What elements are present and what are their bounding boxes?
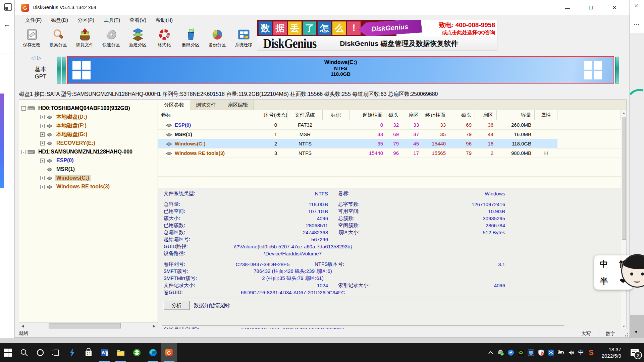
tree-item-esp-0-[interactable]: +ESP(0) [19, 156, 158, 165]
taskbar-store-button[interactable] [80, 343, 97, 362]
taskbar-lightning-app-button[interactable] [64, 343, 80, 362]
table-row[interactable]: Windows RE tools(3)3NTFS1544096171556579… [158, 148, 621, 158]
background-close-icon[interactable]: ✕ [634, 3, 638, 9]
tree-horizontal-scrollbar[interactable]: ◀ ▶ [19, 322, 158, 329]
column-header-0[interactable]: 卷标 [158, 110, 264, 120]
taskbar-word-button[interactable]: W [97, 343, 113, 362]
toolbar-system-migration-button[interactable]: 系统迁移 [230, 25, 257, 51]
tree-item--d-[interactable]: +本地磁盘(D:) [19, 113, 158, 121]
tray-volume-button[interactable] [566, 343, 576, 362]
titlebar[interactable]: G DiskGenius V5.4.3.1342 x64 — ☐ ✕ [15, 0, 630, 15]
expand-icon[interactable]: + [40, 132, 45, 137]
expand-icon[interactable]: + [40, 124, 45, 128]
dropdown-arrow-icon[interactable]: ▼ [634, 329, 638, 335]
taskbar-task-view-button[interactable] [48, 343, 64, 362]
column-header-10[interactable]: 容量 [497, 110, 535, 120]
menu-item-0[interactable]: 文件(F) [20, 16, 46, 25]
tab-2[interactable]: 扇区编辑 [222, 100, 254, 110]
scrollbar-thumb[interactable] [49, 323, 121, 328]
toolbar-backup-partition-button[interactable]: 备份分区 [204, 25, 230, 51]
toolbar-recover-files-button[interactable]: 恢复文件 [71, 25, 98, 51]
menu-item-3[interactable]: 工具(T) [99, 16, 125, 25]
tree-item-recovery-e-[interactable]: +RECOVERY(E:) [19, 139, 158, 147]
toolbar-quick-partition-button[interactable]: 快速分区 [98, 25, 124, 51]
tree-item-msr-1-[interactable]: MSR(1) [19, 165, 158, 174]
menu-item-1[interactable]: 磁盘(D) [46, 16, 73, 25]
msr-partition-segment[interactable] [62, 57, 66, 83]
tray-nvidia-button[interactable] [516, 343, 526, 362]
more-options-icon[interactable]: ⋯ [633, 21, 640, 28]
menu-item-2[interactable]: 分区(P) [73, 16, 99, 25]
menu-item-5[interactable]: 帮助(H) [151, 16, 177, 25]
analyze-button[interactable]: 分析 [163, 301, 190, 310]
column-header-2[interactable]: 文件系统 [287, 110, 323, 120]
ad-banner[interactable]: 数据丢了怎么! DiskGenius 致电: 400-008-9958 或点击此… [257, 20, 497, 51]
tray-defender-button[interactable] [536, 343, 546, 362]
tray-snowflake-button[interactable] [546, 343, 556, 362]
collapse-icon[interactable]: - [21, 106, 26, 111]
tray-ime-lang-button[interactable]: 中 [576, 343, 586, 362]
tree-item-windows-c-[interactable]: +Windows(C:) [19, 174, 158, 182]
taskbar-green-browser-button[interactable]: e [129, 343, 145, 362]
partition-nav-arrows[interactable]: ◁▷ [31, 55, 44, 61]
column-header-6[interactable]: 扇区 [402, 110, 422, 120]
taskbar-diskgenius-button[interactable]: G [161, 343, 177, 362]
column-header-4[interactable]: 起始柱面 [350, 110, 386, 120]
scrollbar-thumb[interactable] [622, 117, 626, 240]
scroll-up-icon[interactable]: ▲ [621, 110, 627, 116]
re-tools-partition-segment[interactable] [615, 57, 619, 83]
tree-item--g-[interactable]: +本地磁盘(G:) [19, 130, 158, 139]
tree-item-hd1-samsungmznln128hahq-000[interactable]: -HD1:SAMSUNGMZNLN128HAHQ-000 [19, 147, 158, 156]
toolbar-search-partition-button[interactable]: 搜索分区 [45, 25, 71, 51]
tab-0[interactable]: 分区参数 [158, 100, 190, 110]
table-row[interactable]: Windows(C:)2NTFS357945154409616118.0GB [158, 139, 621, 148]
table-row[interactable]: MSR(1)1MSR33693735794416.0MB [158, 130, 621, 139]
taskbar-file-explorer-button[interactable] [113, 343, 129, 362]
column-header-8[interactable]: 磁头 [449, 110, 475, 120]
expand-icon[interactable]: + [40, 115, 45, 119]
tray-tray-chevron-button[interactable] [486, 343, 496, 362]
windows-c-partition-segment[interactable]: Windows(C:) NTFS 118.0GB [67, 56, 614, 84]
table-row[interactable]: ESP(0)0FAT3203233336936260.0MB [158, 120, 621, 130]
toolbar-delete-partition-button[interactable]: 删除分区 [177, 25, 204, 51]
toolbar-new-partition-button[interactable]: 新建分区 [124, 25, 151, 51]
close-button[interactable]: ✕ [603, 0, 626, 15]
expand-icon[interactable]: + [40, 185, 45, 189]
tree-item-windows-re-tools-3-[interactable]: +Windows RE tools(3) [19, 182, 158, 191]
collapse-icon[interactable]: - [21, 150, 26, 154]
column-header-1[interactable]: 序号(状态) [264, 110, 287, 120]
toolbar-save-changes-button[interactable]: 保存更改 [18, 25, 45, 51]
details-vertical-scrollbar[interactable]: ▲ ▼ [621, 110, 627, 329]
taskbar-cortana-button[interactable] [32, 343, 48, 362]
tray-printer-button[interactable] [496, 343, 506, 362]
taskbar-clock[interactable]: 18:37 2022/5/9 [596, 346, 625, 359]
expand-icon[interactable]: + [40, 141, 45, 145]
taskbar-taskbar-search-button[interactable] [16, 343, 32, 362]
toolbar-format-button[interactable]: 格式化 [151, 25, 177, 51]
scroll-right-icon[interactable]: ▶ [151, 322, 158, 329]
menu-item-4[interactable]: 查看(V) [125, 16, 151, 25]
taskbar-edge-button[interactable] [145, 343, 161, 362]
column-header-9[interactable]: 扇区 [475, 110, 497, 120]
esp-partition-segment[interactable] [57, 57, 61, 83]
resize-grip[interactable] [622, 329, 630, 338]
expand-icon[interactable]: + [40, 159, 45, 163]
scroll-down-icon[interactable]: ▼ [621, 324, 627, 329]
action-center-button[interactable]: 2 [625, 343, 644, 362]
column-header-5[interactable]: 磁头 [386, 110, 402, 120]
tree-item--f-[interactable]: +本地磁盘(F:) [19, 121, 158, 130]
taskbar-start-button[interactable] [0, 343, 16, 362]
tray-bird-app-button[interactable] [506, 343, 516, 362]
tree-item-hd0-toshibamq04abf100-932gb-[interactable]: -HD0:TOSHIBAMQ04ABF100(932GB) [19, 104, 158, 113]
tray-sogou-button[interactable]: S [586, 343, 596, 362]
maximize-button[interactable]: ☐ [579, 0, 603, 15]
minimize-button[interactable]: — [556, 0, 579, 15]
tab-1[interactable]: 浏览文件 [190, 100, 222, 110]
column-header-11[interactable]: 属性 [535, 110, 557, 120]
tray-battery-button[interactable] [556, 343, 566, 362]
ad-qq-link[interactable]: 或点击此处选择QQ咨询 [439, 29, 495, 36]
column-header-7[interactable]: 终止柱面 [422, 110, 449, 120]
tray-intel-graphics-button[interactable] [526, 343, 536, 362]
scroll-left-icon[interactable]: ◀ [19, 322, 26, 329]
expand-icon[interactable]: + [40, 176, 45, 180]
